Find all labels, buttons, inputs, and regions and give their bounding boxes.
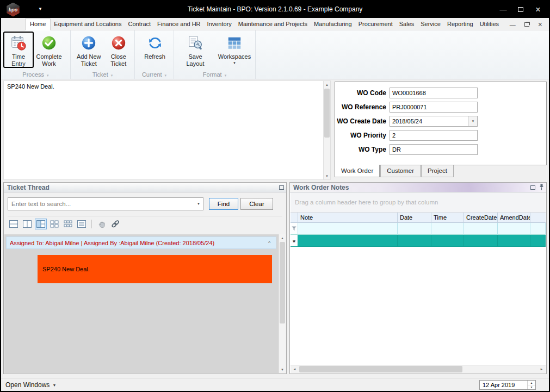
scroll-up-icon[interactable]: ▲ (279, 234, 286, 241)
tab-inventory[interactable]: Inventory (204, 18, 235, 30)
thread-view-split-icon[interactable] (35, 219, 47, 229)
scroll-thumb[interactable] (299, 366, 462, 372)
panel-maximize-icon[interactable] (279, 185, 284, 190)
find-button[interactable]: Find (209, 198, 238, 210)
document-close-button[interactable]: × (538, 22, 542, 27)
thread-view-columns-icon[interactable] (21, 219, 33, 229)
group-by-area[interactable]: Drag a column header here to group by th… (291, 192, 546, 213)
scroll-up-icon[interactable]: ▲ (324, 81, 330, 88)
wo-priority-input[interactable] (390, 130, 477, 140)
new-cell-note[interactable] (298, 235, 398, 247)
wo-code-input[interactable] (390, 88, 477, 98)
thread-search-field[interactable]: ▼ (8, 197, 203, 210)
column-header-createdate[interactable]: CreateDate (464, 213, 498, 223)
pan-hand-icon[interactable] (96, 219, 108, 229)
filter-cell-note[interactable] (298, 223, 398, 235)
time-entry-button[interactable]: Time Entry (3, 32, 34, 68)
tab-utilities[interactable]: Utilities (477, 18, 502, 30)
refresh-button[interactable]: Refresh (139, 32, 171, 67)
add-new-ticket-button[interactable]: Add New Ticket (74, 32, 104, 68)
save-layout-button[interactable]: Save Layout (178, 32, 212, 68)
thread-message-header[interactable]: Assigned To: Abigail Milne | Assigned By… (6, 237, 276, 249)
column-header-date[interactable]: Date (398, 213, 431, 223)
column-header-amenddate[interactable]: AmendDate (498, 213, 530, 223)
tab-contract[interactable]: Contract (125, 18, 155, 30)
quick-access-dropdown-icon[interactable]: ▼ (38, 7, 42, 11)
wo-reference-input[interactable] (390, 102, 477, 112)
search-dropdown-icon[interactable]: ▼ (194, 198, 203, 210)
panel-restore-icon[interactable] (530, 185, 535, 190)
tab-work-order[interactable]: Work Order (335, 165, 380, 177)
work-order-form-panel: WO Code WO Reference WO Create Date ▼ WO… (335, 82, 547, 165)
spinner-down-icon[interactable]: ▼ (528, 385, 535, 390)
tab-maintenance-and-projects[interactable]: Maintenance and Projects (235, 18, 311, 30)
date-picker-input[interactable] (480, 381, 527, 389)
workspaces-button[interactable]: Workspaces ▼ (217, 32, 252, 67)
tab-reporting[interactable]: Reporting (444, 18, 477, 30)
scroll-down-icon[interactable]: ▼ (279, 366, 286, 373)
tab-home[interactable]: Home (25, 18, 51, 30)
close-button[interactable]: × (529, 1, 547, 18)
tab-manufacturing[interactable]: Manufacturing (311, 18, 355, 30)
tab-equipment-and-locations[interactable]: Equipment and Locations (51, 18, 125, 30)
close-ticket-button[interactable]: Close Ticket (104, 32, 134, 68)
document-minimize-button[interactable]: — (510, 22, 516, 27)
minimize-button[interactable]: — (495, 1, 512, 18)
filter-cell-createdate[interactable] (464, 223, 498, 235)
pin-icon[interactable] (539, 183, 544, 192)
tab-sales[interactable]: Sales (396, 18, 418, 30)
document-restore-button[interactable] (524, 22, 529, 27)
collapse-message-icon[interactable]: ^ (265, 239, 274, 247)
scroll-left-icon[interactable]: ◄ (291, 365, 299, 373)
thread-scrollbar[interactable]: ▲ ▼ (279, 234, 286, 373)
tab-procurement[interactable]: Procurement (355, 18, 396, 30)
new-cell-createdate[interactable] (464, 235, 498, 247)
thread-view-flat-icon[interactable] (8, 219, 20, 229)
filter-cell-amenddate[interactable] (498, 223, 530, 235)
thread-view-grid-icon[interactable] (62, 219, 74, 229)
tab-finance-and-hr[interactable]: Finance and HR (154, 18, 204, 30)
filter-cell-time[interactable] (431, 223, 464, 235)
wo-reference-field[interactable] (390, 102, 478, 113)
new-cell-time[interactable] (431, 235, 464, 247)
scroll-down-icon[interactable]: ▼ (324, 172, 330, 179)
filter-cell-date[interactable] (398, 223, 431, 235)
description-scrollbar[interactable]: ▲ ▼ (323, 81, 330, 179)
tab-service[interactable]: Service (417, 18, 444, 30)
thread-message-body[interactable]: SP240 New Deal. (38, 255, 272, 283)
new-cell-date[interactable] (398, 235, 431, 247)
thread-view-list-icon[interactable] (76, 219, 88, 229)
maximize-button[interactable] (512, 1, 529, 18)
scroll-right-icon[interactable]: ► (537, 365, 546, 373)
wo-type-field[interactable] (390, 144, 478, 155)
date-picker[interactable]: ▲ ▼ (479, 380, 536, 390)
description-textarea[interactable]: SP240 New Deal. ▲ ▼ (3, 80, 331, 180)
wo-priority-field[interactable] (390, 130, 478, 141)
thread-search-input[interactable] (8, 198, 194, 210)
notes-horizontal-scrollbar[interactable]: ◄ ► (291, 365, 546, 373)
scroll-thumb[interactable] (280, 242, 285, 323)
wo-code-field[interactable] (390, 88, 478, 98)
column-header-note[interactable]: Note (298, 213, 398, 223)
new-cell-amenddate[interactable] (498, 235, 530, 247)
tab-project[interactable]: Project (421, 165, 454, 177)
spinner-up-icon[interactable]: ▲ (528, 381, 535, 385)
save-layout-label: Save Layout (180, 53, 211, 67)
tab-customer[interactable]: Customer (380, 165, 421, 177)
complete-work-button[interactable]: Complete Work (34, 32, 64, 68)
wo-create-date-input[interactable] (390, 116, 468, 126)
clear-button[interactable]: Clear (240, 198, 273, 210)
bpo-logo-hexagon: bpo (6, 3, 20, 17)
group-by-hint: Drag a column header here to group by th… (291, 199, 438, 206)
thread-view-tiles-icon[interactable] (48, 219, 60, 229)
wo-create-date-field[interactable]: ▼ (390, 116, 478, 127)
column-header-filler (530, 213, 546, 223)
wo-create-date-dropdown-icon[interactable]: ▼ (468, 116, 477, 126)
link-icon[interactable] (109, 219, 121, 229)
open-windows-button[interactable]: Open Windows ▼ (5, 381, 56, 389)
open-windows-dropdown-icon: ▼ (52, 383, 56, 387)
notes-new-row[interactable]: * (291, 235, 546, 247)
wo-type-input[interactable] (390, 145, 477, 154)
column-header-time[interactable]: Time (431, 213, 464, 223)
scroll-thumb[interactable] (324, 89, 330, 138)
